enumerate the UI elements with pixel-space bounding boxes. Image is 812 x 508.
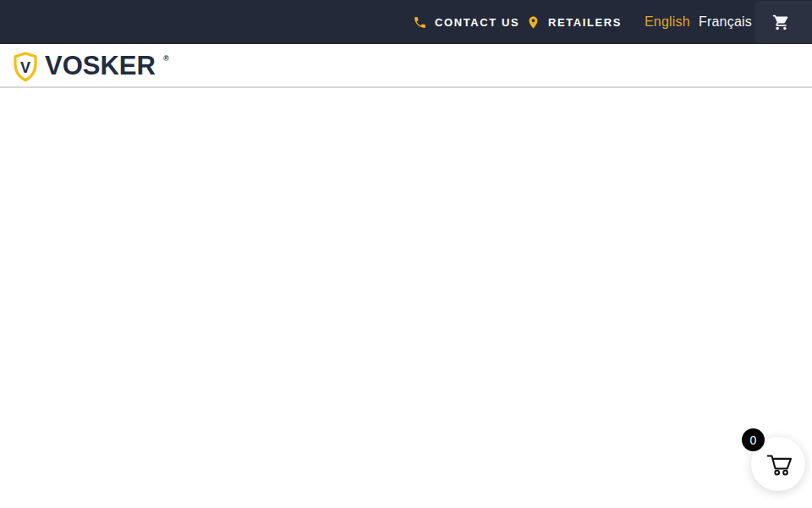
retailers-link[interactable]: RETAILERS [526,0,622,44]
language-link-francais[interactable]: Français [699,0,752,44]
retailers-label: RETAILERS [548,16,622,29]
top-bar: CONTACT US RETAILERS English Français [0,0,812,44]
page: CONTACT US RETAILERS English Français V … [0,0,812,508]
phone-icon [413,15,427,30]
registered-trademark: ® [163,54,169,63]
page-content [0,90,812,508]
vosker-logo-link[interactable]: V VOSKER ® [13,52,169,82]
contact-us-link[interactable]: CONTACT US [413,0,519,44]
cart-count-badge: 0 [742,428,765,451]
cart-button[interactable] [754,1,812,43]
svg-text:V: V [20,59,30,76]
map-pin-icon [526,15,540,30]
brand-wordmark: VOSKER [45,52,156,80]
shield-v-logo-icon: V [13,52,38,82]
cart-icon [772,14,790,31]
site-header: V VOSKER ® [0,44,812,88]
cart-icon [761,447,795,481]
contact-us-label: CONTACT US [435,16,519,29]
language-link-english[interactable]: English [645,0,690,44]
